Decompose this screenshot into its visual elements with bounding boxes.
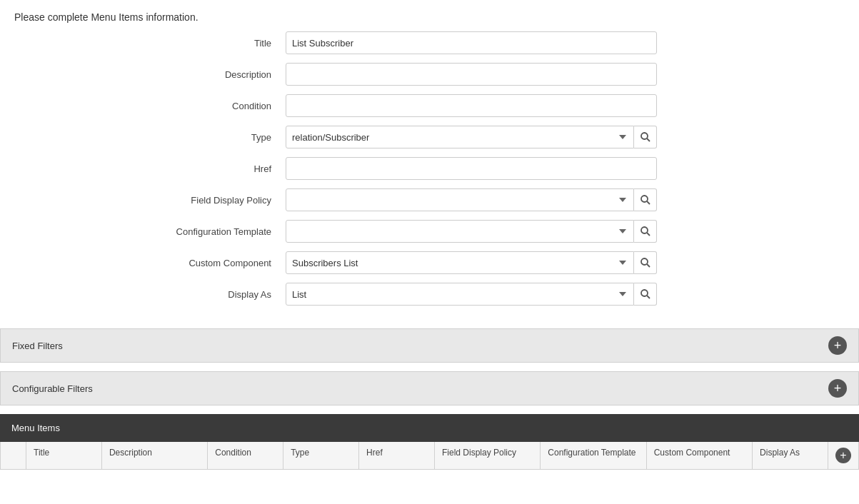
condition-row: Condition bbox=[14, 94, 845, 117]
title-label: Title bbox=[14, 38, 286, 49]
title-control bbox=[286, 31, 657, 54]
fixed-filters-add-button[interactable]: + bbox=[828, 336, 847, 355]
search-icon bbox=[640, 257, 651, 268]
display-as-select-wrap: List bbox=[286, 283, 634, 306]
condition-label: Condition bbox=[14, 101, 286, 111]
type-select-wrap: relation/Subscriber bbox=[286, 126, 634, 148]
search-icon bbox=[640, 288, 651, 300]
custom-component-select-wrap: Subscribers List bbox=[286, 251, 634, 274]
configurable-filters-label: Configurable Filters bbox=[12, 383, 93, 394]
fixed-filters-label: Fixed Filters bbox=[12, 341, 63, 351]
configuration-template-select-wrap bbox=[286, 220, 634, 243]
col-header-display-as: Display As bbox=[753, 442, 828, 469]
menu-items-title: Menu Items bbox=[11, 423, 60, 433]
field-display-policy-row: Field Display Policy bbox=[14, 188, 845, 211]
configuration-template-control bbox=[286, 220, 657, 243]
configuration-template-search-button[interactable] bbox=[634, 220, 657, 243]
svg-line-3 bbox=[647, 201, 650, 204]
col-header-field-display-policy: Field Display Policy bbox=[435, 442, 541, 469]
col-header-type: Type bbox=[283, 442, 359, 469]
svg-line-5 bbox=[647, 233, 650, 236]
svg-point-4 bbox=[641, 227, 648, 233]
search-icon bbox=[640, 131, 651, 143]
type-label: Type bbox=[14, 132, 286, 143]
svg-line-9 bbox=[647, 296, 650, 298]
plus-icon: + bbox=[834, 382, 842, 395]
svg-line-7 bbox=[647, 264, 650, 267]
title-row: Title bbox=[14, 31, 845, 54]
col-header-href: Href bbox=[359, 442, 435, 469]
href-input[interactable] bbox=[286, 157, 657, 180]
href-label: Href bbox=[14, 163, 286, 174]
svg-point-8 bbox=[641, 290, 648, 296]
plus-icon: + bbox=[840, 450, 846, 461]
configurable-filters-section[interactable]: Configurable Filters + bbox=[0, 371, 859, 405]
table-wrapper: Title Description Condition Type Href Fi… bbox=[0, 442, 859, 470]
description-row: Description bbox=[14, 63, 845, 86]
custom-component-control: Subscribers List bbox=[286, 251, 657, 274]
svg-point-6 bbox=[641, 258, 648, 265]
type-search-button[interactable] bbox=[634, 126, 657, 148]
table-header: Title Description Condition Type Href Fi… bbox=[0, 442, 859, 470]
href-row: Href bbox=[14, 157, 845, 180]
display-as-search-button[interactable] bbox=[634, 283, 657, 306]
svg-line-1 bbox=[647, 138, 650, 141]
configuration-template-row: Configuration Template bbox=[14, 220, 845, 243]
description-control bbox=[286, 63, 657, 86]
menu-items-section: Menu Items bbox=[0, 414, 859, 442]
condition-input[interactable] bbox=[286, 94, 657, 117]
display-as-label: Display As bbox=[14, 289, 286, 300]
field-display-policy-select[interactable] bbox=[286, 188, 634, 211]
field-display-policy-control bbox=[286, 188, 657, 211]
svg-point-2 bbox=[641, 196, 648, 202]
col-header-title: Title bbox=[26, 442, 102, 469]
plus-icon: + bbox=[834, 339, 842, 352]
display-as-control: List bbox=[286, 283, 657, 306]
custom-component-search-button[interactable] bbox=[634, 251, 657, 274]
fixed-filters-section[interactable]: Fixed Filters + bbox=[0, 328, 859, 363]
search-icon bbox=[640, 226, 651, 237]
field-display-policy-search-button[interactable] bbox=[634, 188, 657, 211]
form-area: Title Description Condition Type relatio… bbox=[0, 31, 859, 328]
col-header-description: Description bbox=[102, 442, 208, 469]
configuration-template-select[interactable] bbox=[286, 220, 634, 243]
href-control bbox=[286, 157, 657, 180]
type-row: Type relation/Subscriber bbox=[14, 126, 845, 148]
display-as-row: Display As List bbox=[14, 283, 845, 306]
col-header-condition: Condition bbox=[208, 442, 283, 469]
custom-component-label: Custom Component bbox=[14, 258, 286, 268]
field-display-policy-label: Field Display Policy bbox=[14, 195, 286, 206]
description-input[interactable] bbox=[286, 63, 657, 86]
col-header-add: + bbox=[828, 442, 858, 469]
display-as-select[interactable]: List bbox=[286, 283, 634, 306]
page-header: Please complete Menu Items information. bbox=[0, 0, 859, 31]
col-header-configuration-template: Configuration Template bbox=[541, 442, 646, 469]
description-label: Description bbox=[14, 69, 286, 80]
condition-control bbox=[286, 94, 657, 117]
type-select[interactable]: relation/Subscriber bbox=[286, 126, 634, 148]
type-control: relation/Subscriber bbox=[286, 126, 657, 148]
field-display-policy-select-wrap bbox=[286, 188, 634, 211]
custom-component-row: Custom Component Subscribers List bbox=[14, 251, 845, 274]
col-header-custom-component: Custom Component bbox=[647, 442, 753, 469]
configuration-template-label: Configuration Template bbox=[14, 226, 286, 237]
col-header-checkbox bbox=[1, 442, 26, 469]
svg-point-0 bbox=[641, 133, 648, 139]
configurable-filters-add-button[interactable]: + bbox=[828, 379, 847, 398]
table-add-button[interactable]: + bbox=[835, 448, 851, 463]
custom-component-select[interactable]: Subscribers List bbox=[286, 251, 634, 274]
title-input[interactable] bbox=[286, 31, 657, 54]
search-icon bbox=[640, 194, 651, 206]
